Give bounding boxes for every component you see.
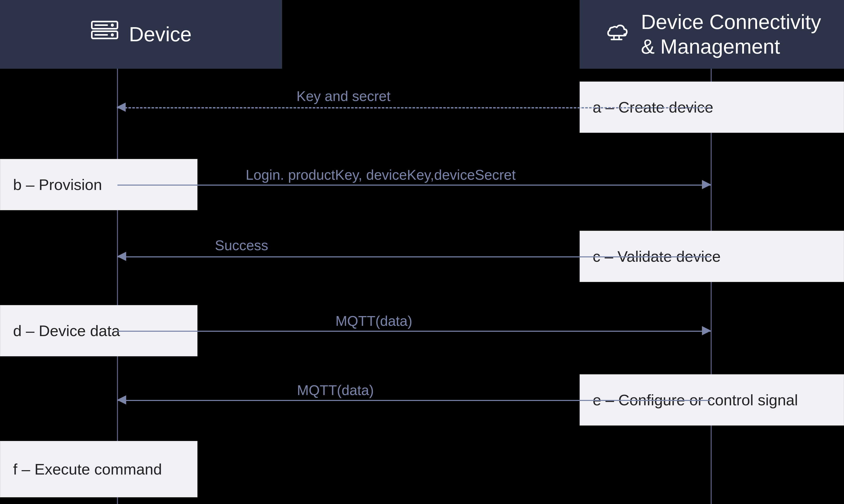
arrow-key-secret-head <box>117 103 126 112</box>
diagram-container: Device Device Connectivity & Management … <box>0 0 844 504</box>
dcm-header: Device Connectivity & Management <box>580 0 844 69</box>
box-d-label: d – Device data <box>13 322 120 340</box>
svg-point-2 <box>111 23 114 27</box>
dcm-title-line1: Device Connectivity <box>641 10 821 34</box>
svg-point-3 <box>111 33 114 36</box>
arrow-success-label: Success <box>215 237 268 254</box>
arrow-login-label: Login. productKey, deviceKey,deviceSecre… <box>246 167 516 183</box>
dcm-icon <box>602 20 631 49</box>
arrow-success-head <box>117 252 126 261</box>
arrow-success-line <box>118 256 711 257</box>
arrow-mqtt-right-head <box>702 326 711 335</box>
arrow-mqtt-right-line <box>118 331 711 332</box>
arrow-mqtt-left-line <box>118 400 711 401</box>
arrow-mqtt-right-label: MQTT(data) <box>335 313 412 329</box>
arrow-mqtt-left-label: MQTT(data) <box>297 382 374 398</box>
device-icon <box>90 20 119 49</box>
dcm-title-line2: & Management <box>641 34 821 59</box>
arrow-key-secret-line <box>117 107 711 108</box>
dcm-title: Device Connectivity & Management <box>641 10 821 59</box>
box-f-label: f – Execute command <box>13 461 162 478</box>
device-title: Device <box>129 22 192 47</box>
arrow-mqtt-left-head <box>117 395 126 404</box>
arrow-login-line <box>118 184 711 185</box>
device-header: Device <box>0 0 282 69</box>
device-lifeline <box>117 69 118 504</box>
arrow-key-secret-label: Key and secret <box>297 88 391 104</box>
box-f: f – Execute command <box>0 441 197 497</box>
arrow-login-head <box>702 180 711 189</box>
box-b-label: b – Provision <box>13 176 102 194</box>
dcm-lifeline <box>711 69 712 504</box>
